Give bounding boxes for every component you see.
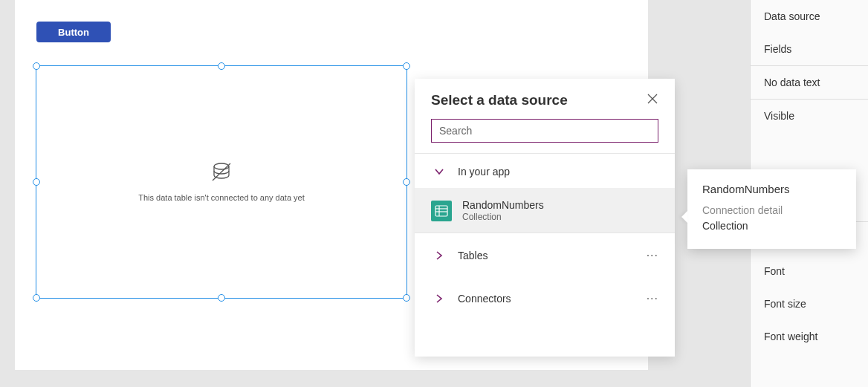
resize-handle-tl[interactable] (33, 62, 40, 70)
prop-no-data-text[interactable]: No data text (751, 66, 868, 99)
datatable-empty-text: This data table isn't connected to any d… (36, 193, 407, 202)
tooltip-connection-value: Collection (702, 218, 841, 234)
more-icon[interactable]: ··· (647, 249, 658, 262)
resize-handle-bm[interactable] (218, 294, 225, 302)
section-label: Connectors (458, 293, 511, 305)
data-source-popout: Select a data source In your app RandomN… (415, 79, 675, 357)
resize-handle-br[interactable] (403, 294, 410, 302)
collection-icon (431, 201, 452, 221)
svg-rect-2 (435, 206, 447, 216)
tooltip-title: RandomNumbers (702, 183, 841, 195)
prop-font-size[interactable]: Font size (751, 287, 868, 320)
resize-handle-bl[interactable] (33, 294, 40, 302)
section-tables[interactable]: Tables ··· (415, 233, 675, 276)
button-label: Button (58, 27, 89, 38)
chevron-right-icon (431, 250, 447, 261)
resize-handle-tr[interactable] (403, 62, 410, 70)
prop-font[interactable]: Font (751, 255, 868, 287)
search-input[interactable] (431, 119, 658, 143)
item-subtitle: Collection (462, 212, 544, 222)
item-title: RandomNumbers (462, 199, 544, 212)
chevron-down-icon (431, 166, 447, 177)
tooltip-connection-label: Connection detail (702, 203, 841, 218)
close-icon[interactable] (647, 93, 658, 108)
section-label: In your app (458, 166, 510, 178)
button-control[interactable]: Button (36, 22, 111, 42)
prop-data-source[interactable]: Data source (751, 0, 868, 33)
datatable-empty-state: This data table isn't connected to any d… (36, 162, 407, 202)
data-source-item-randomnumbers[interactable]: RandomNumbers Collection (415, 188, 675, 232)
resize-handle-tm[interactable] (218, 62, 225, 70)
section-label: Tables (458, 250, 488, 261)
prop-font-weight[interactable]: Font weight (751, 320, 868, 353)
section-connectors[interactable]: Connectors ··· (415, 276, 675, 319)
chevron-right-icon (431, 293, 447, 304)
more-icon[interactable]: ··· (647, 292, 658, 305)
database-icon (210, 162, 233, 186)
prop-fields[interactable]: Fields (751, 33, 868, 65)
data-source-tooltip: RandomNumbers Connection detail Collecti… (687, 169, 856, 249)
popout-title: Select a data source (431, 92, 568, 108)
section-in-your-app[interactable]: In your app (415, 154, 675, 188)
prop-visible[interactable]: Visible (751, 100, 868, 132)
datatable-control-selected[interactable]: This data table isn't connected to any d… (36, 65, 407, 299)
